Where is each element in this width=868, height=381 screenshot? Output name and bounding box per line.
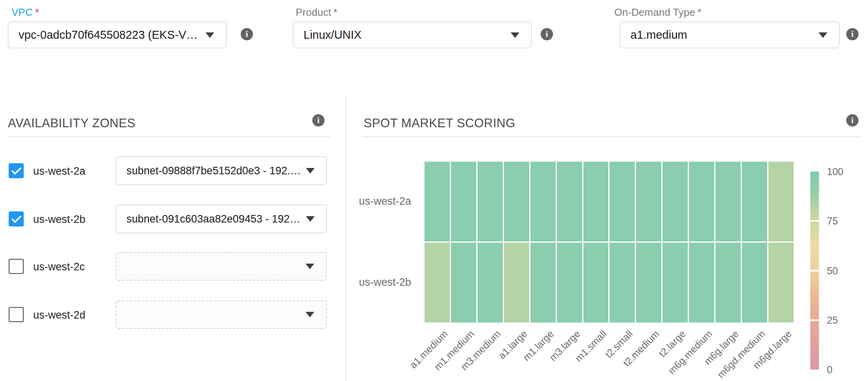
- colorbar-tick-label: 0: [827, 364, 832, 375]
- product-info-icon[interactable]: i: [541, 28, 553, 40]
- chevron-down-icon: [306, 168, 315, 174]
- az-subnet-value: subnet-09888f7be5152d0e3 - 192.168…: [126, 165, 301, 177]
- check-icon: [11, 164, 21, 174]
- az-zone-label: us-west-2d: [33, 309, 85, 321]
- heatmap-cell-us-west-2a-a1.large: [504, 162, 529, 241]
- chevron-down-icon: [511, 32, 519, 38]
- heatmap-cell-us-west-2b-t2.medium: [636, 243, 661, 323]
- heatmap-cell-us-west-2a-a1.medium: [425, 162, 450, 241]
- availability-zones-info-icon[interactable]: i: [312, 114, 325, 126]
- az-subnet-select-us-west-2b[interactable]: subnet-091c603aa82e09453 - 192.168…: [116, 205, 327, 233]
- heatmap-ylabel: us-west-2b: [320, 276, 411, 289]
- colorbar-tick-label: 75: [827, 215, 838, 227]
- on-demand-type-required-marker: *: [698, 6, 702, 18]
- on-demand-type-label: On-Demand Type*: [614, 6, 702, 19]
- az-zone-label: us-west-2c: [33, 261, 85, 273]
- vpc-select[interactable]: vpc-0adcb70f645508223 (EKS-VPC): [8, 22, 226, 48]
- vpc-label: VPC*: [11, 6, 39, 19]
- az-subnet-value: subnet-091c603aa82e09453 - 192.168…: [126, 213, 301, 225]
- heatmap-cell-us-west-2b-m1.large: [530, 243, 556, 323]
- heatmap-cell-us-west-2a-m6gd.large: [768, 162, 794, 241]
- colorbar-segment-gap: [810, 220, 819, 222]
- colorbar-tick-label: 25: [827, 315, 838, 326]
- az-subnet-select-us-west-2a[interactable]: subnet-09888f7be5152d0e3 - 192.168…: [116, 157, 327, 185]
- heatmap-cell-us-west-2a-m1.small: [583, 162, 609, 241]
- spot-market-scoring-info-icon[interactable]: i: [846, 114, 859, 126]
- az-checkbox-us-west-2d[interactable]: [9, 307, 24, 322]
- product-label-text: Product: [296, 6, 331, 18]
- vpc-required-marker: *: [35, 6, 39, 18]
- availability-zones-title: AVAILABILITY ZONES: [8, 116, 136, 130]
- chevron-down-icon: [819, 32, 827, 38]
- heatmap-cell-us-west-2b-m3.medium: [477, 243, 503, 323]
- colorbar-tick-label: 100: [827, 166, 843, 177]
- check-icon: [11, 213, 21, 223]
- az-zone-label: us-west-2b: [33, 213, 85, 226]
- heatmap-cell-us-west-2b-a1.medium: [425, 243, 450, 323]
- heatmap-cell-us-west-2a-m3.medium: [477, 162, 503, 241]
- heatmap-cell-us-west-2b-a1.large: [504, 243, 529, 323]
- product-required-marker: *: [334, 6, 338, 18]
- chevron-down-icon: [306, 264, 314, 269]
- heatmap-cell-us-west-2b-t2.small: [609, 243, 635, 323]
- heatmap-cell-us-west-2a-m6gd.medium: [742, 162, 767, 241]
- heatmap-cell-us-west-2b-m3.large: [557, 243, 582, 323]
- heatmap-cell-us-west-2a-m6g.large: [715, 162, 741, 241]
- vpc-label-text: VPC: [11, 6, 32, 18]
- product-select[interactable]: Linux/UNIX: [293, 22, 532, 48]
- spot-cluster-config-screen: VPC* vpc-0adcb70f645508223 (EKS-VPC) i P…: [0, 0, 868, 381]
- colorbar-segment-gap: [810, 270, 819, 272]
- heatmap-cell-us-west-2a-t2.small: [609, 162, 635, 241]
- product-label: Product*: [296, 6, 338, 19]
- heatmap-cell-us-west-2a-t2.large: [662, 162, 688, 241]
- az-checkbox-us-west-2b[interactable]: [9, 211, 24, 226]
- chevron-down-icon: [306, 216, 315, 222]
- az-checkbox-us-west-2a[interactable]: [9, 163, 24, 178]
- heatmap-cell-us-west-2b-m6g.large: [715, 243, 741, 323]
- heatmap-ylabel: us-west-2a: [320, 195, 411, 207]
- section-vertical-divider: [345, 95, 346, 381]
- heatmap-cell-us-west-2b-m6gd.medium: [742, 243, 767, 323]
- az-subnet-select-us-west-2d[interactable]: [116, 300, 327, 329]
- az-zone-label: us-west-2a: [33, 165, 85, 177]
- heatmap-grid: [425, 162, 794, 323]
- on-demand-type-select[interactable]: a1.medium: [620, 22, 840, 48]
- heatmap-cell-us-west-2b-m1.small: [583, 243, 609, 323]
- availability-zones-divider: [8, 136, 330, 137]
- colorbar-segment-gap: [810, 319, 819, 321]
- on-demand-type-label-text: On-Demand Type: [614, 6, 695, 18]
- heatmap-cell-us-west-2b-t2.large: [662, 243, 688, 323]
- spot-market-scoring-divider: [362, 136, 861, 137]
- on-demand-type-select-value: a1.medium: [630, 28, 687, 41]
- chevron-down-icon: [306, 312, 314, 317]
- heatmap-cell-us-west-2a-m6g.medium: [689, 162, 714, 241]
- vpc-info-icon[interactable]: i: [241, 28, 253, 40]
- product-select-value: Linux/UNIX: [304, 28, 362, 41]
- heatmap-cell-us-west-2a-t2.medium: [636, 162, 661, 241]
- heatmap-cell-us-west-2b-m1.medium: [451, 243, 476, 323]
- az-subnet-select-us-west-2c[interactable]: [116, 252, 327, 281]
- spot-market-scoring-title: SPOT MARKET SCORING: [364, 116, 515, 130]
- heatmap-colorbar: [810, 172, 819, 370]
- heatmap-cell-us-west-2a-m1.medium: [451, 162, 476, 241]
- chevron-down-icon: [206, 32, 214, 38]
- on-demand-type-info-icon[interactable]: i: [846, 28, 859, 40]
- heatmap-cell-us-west-2a-m3.large: [557, 162, 582, 241]
- heatmap-cell-us-west-2b-m6gd.large: [768, 243, 794, 323]
- colorbar-tick-label: 50: [827, 265, 838, 277]
- az-checkbox-us-west-2c[interactable]: [9, 259, 24, 274]
- heatmap-cell-us-west-2b-m6g.medium: [689, 243, 714, 323]
- vpc-select-value: vpc-0adcb70f645508223 (EKS-VPC): [19, 28, 201, 41]
- heatmap-cell-us-west-2a-m1.large: [530, 162, 556, 241]
